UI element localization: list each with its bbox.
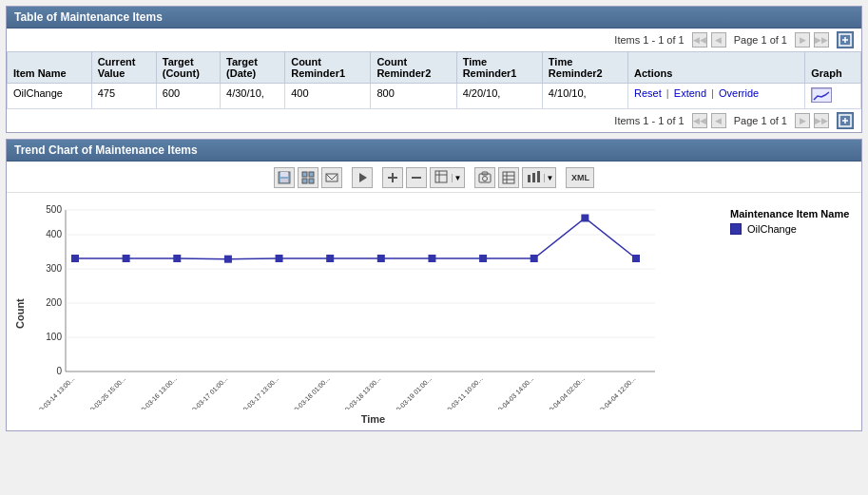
- svg-text:2010-03-17 13:00...: 2010-03-17 13:00...: [234, 375, 280, 409]
- svg-rect-50: [276, 255, 283, 262]
- export-btn-top[interactable]: [837, 31, 854, 48]
- page-info-bottom: Page 1 of 1: [734, 115, 787, 126]
- legend-item-oilchange: OilChange: [730, 223, 850, 235]
- svg-rect-56: [581, 215, 588, 222]
- view-dropdown-arrow: ▼: [452, 174, 464, 182]
- x-axis-label: Time: [28, 411, 719, 427]
- view-icon: [434, 170, 448, 183]
- camera-btn[interactable]: [474, 167, 495, 188]
- action-link-override[interactable]: Override: [719, 87, 759, 99]
- table-cell-0: OilChange: [8, 84, 92, 109]
- svg-text:2010-04-03 14:00...: 2010-04-03 14:00...: [489, 375, 534, 409]
- pagination-top: Items 1 - 1 of 1 ◀◀ ◀ Page 1 of 1 ▶ ▶▶: [7, 29, 861, 51]
- svg-rect-20: [435, 171, 447, 182]
- col-header-target-count: Target(Count): [156, 52, 220, 84]
- table-cell-5: 800: [371, 84, 456, 109]
- svg-text:2010-03-11 10:00...: 2010-03-11 10:00...: [438, 375, 484, 409]
- grid-chart-btn[interactable]: [298, 167, 318, 188]
- save-chart-btn[interactable]: [274, 167, 295, 188]
- svg-text:2010-04-04 12:00...: 2010-04-04 12:00...: [591, 375, 637, 409]
- table-cell-graph: [805, 84, 861, 109]
- table-view-btn[interactable]: [498, 167, 519, 188]
- table-panel-content: Items 1 - 1 of 1 ◀◀ ◀ Page 1 of 1 ▶ ▶▶ I…: [7, 29, 861, 132]
- play-icon: [356, 171, 369, 184]
- legend-color-oilchange: [730, 223, 742, 235]
- last-page-btn-top[interactable]: ▶▶: [814, 32, 829, 48]
- maintenance-table: Item Name CurrentValue Target(Count) Tar…: [7, 51, 861, 109]
- chart-main: 0 100 200 300 400 500 2010-03-14 13:00..…: [28, 200, 719, 427]
- chart-toolbar: ▼: [7, 162, 861, 193]
- chart-panel-title: Trend Chart of Maintenance Items: [14, 143, 198, 157]
- last-page-btn-bottom[interactable]: ▶▶: [814, 113, 829, 128]
- svg-rect-48: [173, 255, 181, 262]
- first-page-btn-bottom[interactable]: ◀◀: [692, 113, 707, 128]
- svg-text:2010-03-17 01:00...: 2010-03-17 01:00...: [183, 375, 228, 409]
- pagination-bottom: Items 1 - 1 of 1 ◀◀ ◀ Page 1 of 1 ▶ ▶▶: [7, 109, 861, 132]
- svg-rect-31: [532, 173, 535, 182]
- col-header-actions: Actions: [628, 52, 805, 84]
- prev-page-btn-bottom[interactable]: ◀: [711, 113, 726, 128]
- col-header-graph: Graph: [805, 52, 861, 84]
- prev-page-btn-top[interactable]: ◀: [711, 32, 726, 48]
- items-info-top: Items 1 - 1 of 1: [614, 34, 684, 46]
- action-link-reset[interactable]: Reset: [634, 87, 662, 99]
- svg-text:2010-03-16 13:00...: 2010-03-16 13:00...: [132, 375, 178, 409]
- svg-text:400: 400: [46, 229, 62, 239]
- svg-rect-52: [377, 255, 385, 262]
- svg-rect-51: [326, 255, 334, 262]
- table-panel-title: Table of Maintenance Items: [14, 10, 163, 24]
- items-info-bottom: Items 1 - 1 of 1: [614, 115, 684, 126]
- add-icon: [386, 171, 399, 184]
- camera-icon: [478, 171, 492, 184]
- svg-text:2010-03-19 01:00...: 2010-03-19 01:00...: [387, 375, 433, 409]
- next-page-btn-bottom[interactable]: ▶: [795, 113, 810, 128]
- col-header-current-value: CurrentValue: [91, 52, 156, 84]
- chart-legend: Maintenance Item Name OilChange: [719, 200, 861, 427]
- add-point-btn[interactable]: [382, 167, 403, 188]
- remove-icon: [410, 171, 423, 184]
- svg-rect-32: [537, 171, 540, 182]
- svg-rect-30: [528, 175, 530, 182]
- col-header-item-name: Item Name: [8, 52, 92, 84]
- svg-text:300: 300: [46, 263, 62, 274]
- next-page-btn-top[interactable]: ▶: [795, 32, 810, 48]
- action-sep-1: |: [664, 87, 672, 99]
- svg-rect-14: [309, 179, 314, 183]
- table-cell-7: 4/10/10,: [542, 84, 627, 109]
- svg-rect-3: [812, 88, 832, 103]
- chart-type-dropdown[interactable]: ▼: [522, 167, 557, 188]
- email-chart-icon: [325, 171, 338, 184]
- table-cell-4: 400: [285, 84, 371, 109]
- action-link-extend[interactable]: Extend: [674, 87, 706, 99]
- chart-panel-header: Trend Chart of Maintenance Items: [7, 140, 861, 162]
- xml-btn[interactable]: XML: [566, 167, 594, 188]
- col-header-target-date: Target(Date): [221, 52, 285, 84]
- y-axis-label: Count: [14, 200, 26, 427]
- table-cell-6: 4/20/10,: [456, 84, 542, 109]
- legend-label-oilchange: OilChange: [747, 223, 797, 235]
- svg-marker-16: [359, 173, 367, 182]
- table-row: OilChange4756004/30/10,4008004/20/10,4/1…: [8, 84, 861, 109]
- col-header-count-reminder1: CountReminder1: [285, 52, 371, 84]
- chart-panel-content: ▼: [7, 162, 861, 430]
- graph-icon-btn[interactable]: [811, 87, 832, 103]
- svg-text:2010-03-14 13:00...: 2010-03-14 13:00...: [30, 375, 76, 409]
- svg-rect-10: [280, 179, 288, 182]
- svg-rect-12: [309, 172, 314, 177]
- email-chart-btn[interactable]: [321, 167, 342, 188]
- svg-rect-26: [503, 172, 514, 183]
- svg-text:200: 200: [46, 297, 62, 308]
- svg-rect-55: [530, 255, 538, 262]
- play-btn[interactable]: [352, 167, 373, 188]
- view-dropdown[interactable]: ▼: [430, 167, 465, 188]
- view-dropdown-label: [431, 170, 452, 185]
- table-cell-2: 600: [156, 84, 220, 109]
- chart-svg-container: 0 100 200 300 400 500 2010-03-14 13:00..…: [28, 200, 719, 411]
- svg-text:0: 0: [56, 366, 62, 376]
- export-icon-top: [839, 33, 852, 47]
- first-page-btn-top[interactable]: ◀◀: [692, 32, 707, 48]
- chart-area: Count 0: [7, 193, 861, 430]
- remove-point-btn[interactable]: [406, 167, 427, 188]
- table-panel-header: Table of Maintenance Items: [7, 7, 861, 29]
- export-btn-bottom[interactable]: [837, 112, 854, 129]
